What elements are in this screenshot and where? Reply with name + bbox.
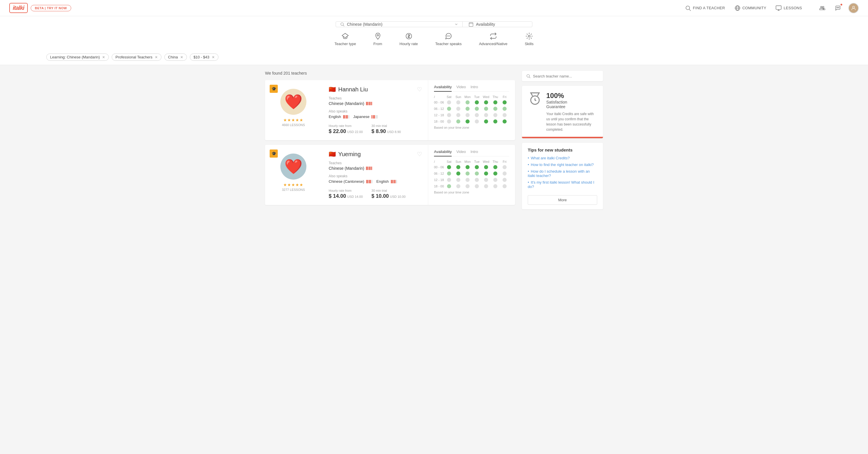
availability-filter[interactable]: Availability [463,22,532,27]
hourly-rate-value: $ 14.00 USD 14.00 [329,193,363,199]
teaches-language: Chinese (Mandarin) [329,166,422,171]
main-nav: FIND A TEACHER COMMUNITY LESSONS [685,3,859,13]
filter-teacher-type-label: Teacher type [335,42,356,46]
availability-grid: / SatSunMonTueWedThuFri 00 - 06 [434,160,509,188]
tab-availability[interactable]: Availability [434,85,452,92]
availability-tabs: Availability Video Intro [434,150,509,157]
japanese-proficiency-bars [372,115,378,119]
tab-video[interactable]: Video [456,85,466,89]
svg-point-10 [839,7,839,8]
add-friend-icon-button[interactable] [817,3,828,13]
logo-wrap: italki BETA | TRY IT NOW [9,3,71,13]
filter-hourly-rate-label: Hourly rate [400,42,418,46]
avatar-heart: ❤️ [284,93,302,110]
nav-find-teacher-label: FIND A TEACHER [693,6,725,10]
tab-intro[interactable]: Intro [470,150,478,154]
hourly-rate-value: $ 22.00 USD 22.00 [329,128,363,134]
list-item: How do I schedule a lesson with an italk… [528,169,597,178]
teacher-card-left-hannah: 🎓 ❤️ ★★★★★ 4660 LESSONS [265,80,323,140]
user-avatar-button[interactable] [848,3,859,13]
rating-stars: ★★★★★ [283,183,304,187]
filter-advanced-native[interactable]: Advanced/Native [479,32,507,46]
english-proficiency-bars [391,180,397,183]
messages-icon-button[interactable] [833,3,843,13]
avatar: ❤️ [280,154,306,180]
language-search[interactable]: Chinese (Mandarin) [336,22,463,27]
tab-intro[interactable]: Intro [470,85,478,89]
favorite-button[interactable]: ♡ [417,151,422,158]
teacher-name[interactable]: Yueming [338,151,361,158]
teaches-label: Teaches [329,161,422,165]
rating-stars: ★★★★★ [283,118,304,122]
filter-tag-learning-label: Learning: Chinese (Mandarin) [50,55,100,59]
teacher-name-row: 🇨🇳 Hannah Liu ♡ [329,86,422,93]
filter-teacher-speaks[interactable]: Teacher speaks [435,32,462,46]
tab-availability[interactable]: Availability [434,150,452,157]
availability-grid: / SatSunMonTueWedThuFri 00 - 06 [434,95,509,124]
filter-tag-country[interactable]: China ✕ [164,54,187,61]
calendar-icon [468,22,474,27]
teacher-card-middle-yueming: 🇨🇳 Yueming ♡ Teaches Chinese (Mandarin) … [323,145,428,205]
svg-point-21 [377,34,378,36]
nav-lessons[interactable]: LESSONS [775,5,802,11]
price-row: Hourly rate from $ 14.00 USD 14.00 30 mi… [329,189,422,199]
search-name-input[interactable] [533,74,599,78]
search-bar: Chinese (Mandarin) Availability [336,22,532,27]
remove-price-filter-icon[interactable]: ✕ [212,55,215,59]
tip-link-find-teacher[interactable]: How to find the right teacher on italki? [531,163,594,167]
filter-hourly-rate[interactable]: Hourly rate [400,32,418,46]
guarantee-percentage: 100% [546,92,597,100]
teacher-name[interactable]: Hannah Liu [338,86,368,93]
hourly-rate-block: Hourly rate from $ 14.00 USD 14.00 [329,189,363,199]
teacher-name-row: 🇨🇳 Yueming ♡ [329,151,422,158]
filter-from[interactable]: From [373,32,382,46]
nav-find-teacher[interactable]: FIND A TEACHER [685,5,725,11]
avail-row-1800: 18 - 00 [434,184,509,188]
header: italki BETA | TRY IT NOW FIND A TEACHER … [0,0,868,16]
svg-point-24 [448,36,448,36]
filter-tag-price[interactable]: $10 - $43 ✕ [190,54,218,61]
teacher-card-left-yueming: 🎓 ❤️ ★★★★★ 3277 LESSONS [265,145,323,205]
nav-community[interactable]: COMMUNITY [734,5,767,11]
filter-tag-professional[interactable]: Professional Teachers ✕ [112,54,161,61]
right-sidebar: 100% SatisfactionGuarantee Your italki C… [522,71,603,209]
guarantee-content: 100% SatisfactionGuarantee Your italki C… [522,86,603,137]
hourly-rate-block: Hourly rate from $ 22.00 USD 22.00 [329,124,363,134]
svg-point-26 [528,35,530,37]
tips-list: What are italki Credits? How to find the… [528,156,597,189]
filter-teacher-type[interactable]: Teacher type [335,32,356,46]
tip-link-credits[interactable]: What are italki Credits? [531,156,570,160]
nav-icons [817,3,859,13]
list-item: How to find the right teacher on italki? [528,163,597,167]
filter-tag-learning[interactable]: Learning: Chinese (Mandarin) ✕ [46,54,109,61]
svg-rect-14 [469,23,473,27]
favorite-button[interactable]: ♡ [417,86,422,93]
speech-bubble-icon [445,32,452,40]
teacher-card-middle-hannah: 🇨🇳 Hannah Liu ♡ Teaches Chinese (Mandari… [323,80,428,140]
svg-line-13 [343,25,344,26]
avatar-icon [850,5,857,11]
tip-link-first-lesson[interactable]: It's my first italki lesson! What should… [528,180,594,189]
filter-from-label: From [373,42,382,46]
remove-country-filter-icon[interactable]: ✕ [180,55,183,59]
tip-link-schedule[interactable]: How do I schedule a lesson with an italk… [528,169,590,178]
also-speaks-label: Also speaks [329,174,422,178]
trial-rate-value: $ 8.90 USD 8.90 [372,128,401,134]
beta-button[interactable]: BETA | TRY IT NOW [31,5,71,11]
teacher-card-right-yueming: Availability Video Intro / SatSunMonTueW… [428,145,515,205]
globe-icon [734,5,741,11]
svg-point-8 [837,7,837,8]
logo[interactable]: italki [9,3,28,13]
tips-box: Tips for new students What are italki Cr… [522,143,603,209]
more-button[interactable]: More [528,195,597,205]
notification-dot [840,3,842,6]
filter-skills[interactable]: Skills [525,32,533,46]
tab-video[interactable]: Video [456,150,466,154]
main-content: We found 201 teachers 🎓 ❤️ ★★★★★ 4660 LE… [260,65,608,216]
arrows-icon [490,32,497,40]
remove-learning-filter-icon[interactable]: ✕ [102,55,105,59]
filter-tag-country-label: China [168,55,178,59]
skills-icon [525,32,533,40]
nav-community-label: COMMUNITY [742,6,767,10]
remove-professional-filter-icon[interactable]: ✕ [155,55,158,59]
